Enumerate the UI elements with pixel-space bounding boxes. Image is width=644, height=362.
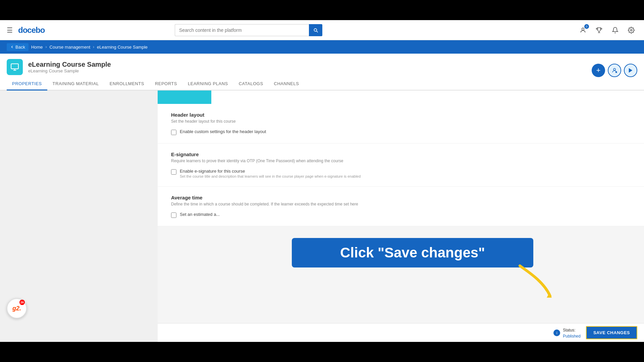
hamburger-menu-icon[interactable]: ☰ (7, 26, 13, 34)
person-icon (611, 67, 618, 73)
header-layout-checkbox-row: Enable custom settings for the header la… (171, 129, 631, 135)
average-time-desc: Define the time in which a course should… (171, 202, 631, 206)
search-icon (313, 27, 318, 33)
average-time-section: Average time Define the time in which a … (158, 187, 644, 226)
breadcrumb-course-management-link[interactable]: Course management (50, 45, 90, 50)
annotation-bubble: Click "Save changes" (292, 238, 533, 267)
gear-icon-btn[interactable] (625, 24, 637, 36)
svg-point-1 (630, 29, 632, 31)
content-area: Header layout Set the header layout for … (0, 90, 644, 342)
course-icon (7, 59, 23, 75)
search-input[interactable] (175, 24, 309, 36)
trophy-icon (596, 27, 602, 34)
tab-learning-plans[interactable]: LEARNING PLANS (182, 78, 233, 90)
average-time-checkbox-row: Set an estimated a... (171, 212, 631, 218)
search-bar (175, 24, 322, 36)
g2-badge-label: g2. (12, 305, 21, 312)
svg-marker-4 (629, 68, 633, 73)
header-layout-desc: Set the header layout for this course (171, 119, 631, 124)
breadcrumb-sep-2: › (93, 45, 94, 49)
svg-point-2 (613, 68, 615, 70)
e-signature-desc: Require learners to prove their identity… (171, 159, 631, 163)
status-label: Status: (563, 328, 575, 333)
status-bar: i Status: Published SAVE CHANGES (158, 323, 644, 342)
svg-rect-3 (615, 71, 617, 73)
average-time-title: Average time (171, 195, 631, 200)
monitor-icon (10, 63, 19, 71)
user-icon-btn[interactable]: 0 (577, 24, 589, 36)
breadcrumb-home-link[interactable]: Home (31, 45, 43, 50)
average-time-checkbox[interactable] (171, 213, 176, 218)
back-chevron-icon (10, 45, 14, 49)
e-signature-section: E-signature Require learners to prove th… (158, 143, 644, 187)
form-container: Header layout Set the header layout for … (158, 90, 644, 226)
notification-badge: 0 (584, 24, 589, 29)
breadcrumb-bar: Back Home › Course management › eLearnin… (0, 40, 644, 54)
tab-channels[interactable]: CHANNELS (269, 78, 305, 90)
teal-header-bar (158, 90, 211, 104)
play-icon (628, 67, 634, 73)
header-layout-title: Header layout (171, 112, 631, 118)
header-right-actions: 0 (577, 24, 637, 36)
info-icon: i (553, 329, 560, 336)
gear-icon (628, 27, 635, 34)
tab-catalogs[interactable]: CATALOGS (233, 78, 269, 90)
breadcrumb-back-button[interactable]: Back (7, 43, 29, 51)
main-content: Header layout Set the header layout for … (158, 90, 644, 342)
g2-badge: g2. 26 (7, 298, 27, 318)
save-changes-button[interactable]: SAVE CHANGES (586, 326, 637, 339)
trophy-icon-btn[interactable] (593, 24, 605, 36)
tab-training-material[interactable]: TRAINING MATERIAL (47, 78, 104, 90)
header-layout-checkbox-label: Enable custom settings for the header la… (180, 129, 266, 134)
app-logo: docebo (18, 25, 45, 35)
g2-badge-count: 26 (19, 300, 25, 305)
status-value: Published (563, 334, 581, 339)
add-action-button[interactable]: + (592, 64, 605, 77)
svg-rect-5 (11, 64, 18, 69)
bell-icon (612, 27, 619, 34)
course-header: eLearning Course Sample eLearning Course… (0, 54, 644, 75)
breadcrumb-current: eLearning Course Sample (97, 45, 148, 50)
status-label-group: Status: Published (563, 327, 581, 339)
search-button[interactable] (309, 24, 322, 36)
course-title: eLearning Course Sample (28, 61, 111, 68)
breadcrumb-sep-1: › (46, 45, 47, 49)
average-time-checkbox-label: Set an estimated a... (180, 212, 220, 217)
svg-point-0 (582, 28, 584, 30)
e-signature-checkbox-sublabel: Set the course title and description tha… (180, 174, 361, 178)
tab-properties[interactable]: PROPERTIES (7, 78, 47, 90)
app-header: ☰ docebo 0 (0, 20, 644, 40)
tab-reports[interactable]: REPORTS (150, 78, 182, 90)
course-info: eLearning Course Sample eLearning Course… (28, 61, 111, 73)
bell-icon-btn[interactable] (609, 24, 621, 36)
course-tabs: PROPERTIES TRAINING MATERIAL ENROLLMENTS… (0, 78, 644, 90)
e-signature-checkbox[interactable] (171, 169, 176, 175)
header-layout-section: Header layout Set the header layout for … (158, 104, 644, 143)
person-action-button[interactable] (608, 64, 621, 77)
e-signature-checkbox-row: Enable e-signature for this course Set t… (171, 169, 631, 178)
annotation-overlay: Click "Save changes" (292, 238, 533, 267)
e-signature-title: E-signature (171, 152, 631, 157)
play-action-button[interactable] (624, 64, 637, 77)
course-subtitle: eLearning Course Sample (28, 68, 111, 73)
status-info: i Status: Published (553, 327, 581, 339)
annotation-arrow (493, 264, 560, 301)
tab-enrollments[interactable]: ENROLLMENTS (104, 78, 150, 90)
e-signature-checkbox-label: Enable e-signature for this course (180, 169, 361, 174)
header-layout-checkbox[interactable] (171, 130, 176, 135)
